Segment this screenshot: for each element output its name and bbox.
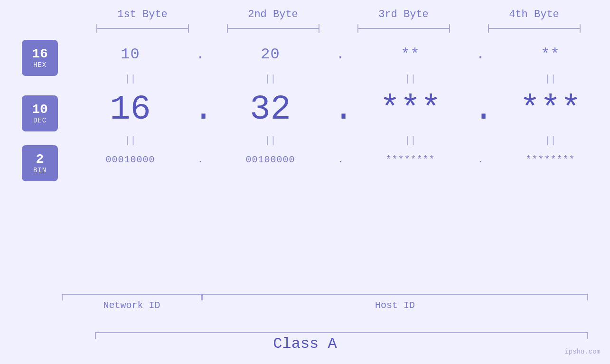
sep2-b3: || bbox=[347, 135, 473, 146]
hex-b2: 20 bbox=[207, 46, 333, 63]
host-id-label: Host ID bbox=[202, 300, 588, 311]
sep2-b1: || bbox=[67, 135, 193, 146]
bin-b2: 00100000 bbox=[207, 154, 333, 165]
dec-dot1: . bbox=[193, 90, 207, 129]
watermark: ipshu.com bbox=[564, 348, 601, 355]
bin-b3: ******** bbox=[347, 154, 473, 165]
sep-row-1: || || || || bbox=[58, 72, 610, 86]
bracket-4 bbox=[469, 24, 600, 33]
bracket-2 bbox=[208, 24, 338, 33]
dec-b2: 32 bbox=[207, 90, 333, 129]
dec-label: DEC bbox=[33, 117, 47, 124]
id-labels: Network ID Host ID bbox=[62, 300, 588, 311]
byte3-header: 3rd Byte bbox=[338, 9, 469, 20]
dec-b1: 16 bbox=[67, 90, 193, 129]
dec-b4: *** bbox=[488, 90, 610, 129]
bin-dot3: . bbox=[473, 154, 488, 165]
dec-dot2: . bbox=[333, 90, 347, 129]
dec-dot3: . bbox=[473, 90, 488, 129]
dec-values-row: 16 . 32 . *** . *** bbox=[58, 86, 610, 133]
hex-dot2: . bbox=[333, 46, 347, 63]
hex-b4: ** bbox=[488, 46, 610, 63]
bin-label: BIN bbox=[33, 167, 47, 174]
sep-row-2: || || || || bbox=[58, 133, 610, 148]
left-badges: 16 HEX 10 DEC 2 BIN bbox=[0, 37, 58, 175]
hex-values-row: 10 . 20 . ** . ** bbox=[58, 37, 610, 72]
bin-number: 2 bbox=[36, 152, 44, 167]
byte1-header: 1st Byte bbox=[77, 9, 208, 20]
sep1-b3: || bbox=[347, 74, 473, 84]
hex-number: 16 bbox=[32, 47, 48, 62]
hex-b1: 10 bbox=[67, 46, 193, 63]
bin-badge: 2 BIN bbox=[22, 145, 58, 181]
hex-label: HEX bbox=[33, 61, 47, 69]
main-container: 1st Byte 2nd Byte 3rd Byte 4th Byte 16 H… bbox=[0, 0, 610, 364]
sep1-b2: || bbox=[207, 74, 333, 84]
hex-b3: ** bbox=[347, 46, 473, 63]
byte-headers: 1st Byte 2nd Byte 3rd Byte 4th Byte bbox=[0, 0, 610, 20]
sep1-b1: || bbox=[67, 74, 193, 84]
network-id-label: Network ID bbox=[62, 300, 202, 311]
header-brackets bbox=[0, 24, 610, 33]
sep2-b4: || bbox=[488, 135, 610, 146]
bracket-3 bbox=[338, 24, 469, 33]
full-rows: 16 HEX 10 DEC 2 BIN bbox=[0, 37, 610, 175]
bin-b4: ******** bbox=[488, 154, 610, 165]
class-label: Class A bbox=[0, 335, 610, 353]
bin-values-row: 00010000 . 00100000 . ******** . bbox=[58, 148, 610, 171]
class-bracket bbox=[95, 332, 588, 333]
sep1-b4: || bbox=[488, 74, 610, 84]
hex-dot1: . bbox=[193, 46, 207, 63]
byte2-header: 2nd Byte bbox=[208, 9, 338, 20]
byte4-header: 4th Byte bbox=[469, 9, 600, 20]
right-values: 10 . 20 . ** . ** bbox=[58, 37, 610, 175]
dec-b3: *** bbox=[347, 90, 473, 129]
sep2-b2: || bbox=[207, 135, 333, 146]
bin-b1: 00010000 bbox=[67, 154, 193, 165]
hex-dot3: . bbox=[473, 46, 488, 63]
bracket-1 bbox=[77, 24, 208, 33]
bin-dot1: . bbox=[193, 154, 207, 165]
dec-badge: 10 DEC bbox=[22, 95, 58, 131]
dec-number: 10 bbox=[32, 103, 48, 117]
hex-badge: 16 HEX bbox=[22, 40, 58, 76]
bin-dot2: . bbox=[333, 154, 347, 165]
